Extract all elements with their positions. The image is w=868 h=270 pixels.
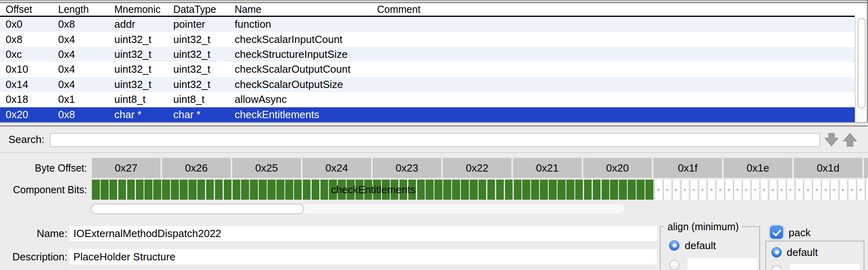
search-next-button[interactable] — [842, 133, 858, 147]
bit-cell-filled — [364, 180, 372, 200]
pack-checkbox-label: pack — [789, 227, 811, 238]
column-header-mnemonic[interactable]: Mnemonic — [109, 4, 168, 15]
table-row-selected[interactable]: 0x200x8char *char *checkEntitlements — [0, 107, 855, 122]
column-header-offset[interactable]: Offset — [0, 4, 53, 15]
structure-field-table: Offset Length Mnemonic DataType Name Com… — [0, 0, 868, 127]
search-input[interactable] — [50, 133, 820, 147]
byte-offset-label: Byte Offset: — [0, 158, 87, 178]
byte-offset-box: 0x1e — [724, 158, 792, 178]
bit-cell-empty — [830, 180, 838, 200]
bit-cell-filled — [127, 180, 135, 200]
byte-offset-box: 0x21 — [513, 158, 582, 178]
align-custom-value-field[interactable] — [688, 258, 757, 270]
cell-mnemonic: uint32_t — [109, 33, 168, 46]
bit-cell-empty — [654, 180, 662, 200]
cell-offset: 0x18 — [0, 93, 53, 106]
vertical-scrollbar[interactable] — [855, 17, 868, 122]
description-field[interactable]: PlaceHolder Structure — [69, 249, 657, 264]
bit-cell-filled — [602, 180, 610, 200]
bit-cell-filled — [417, 180, 425, 200]
bit-cell-filled — [153, 180, 161, 200]
pack-checkbox[interactable] — [770, 226, 783, 239]
up-arrow-icon — [842, 133, 858, 147]
pack-custom-value-field[interactable] — [790, 264, 860, 270]
bit-cell-empty — [760, 180, 768, 200]
bit-cell-filled — [294, 180, 302, 200]
bit-cell-filled — [189, 180, 197, 200]
bit-cell-filled — [241, 180, 249, 200]
down-arrow-icon — [824, 133, 839, 147]
bit-cell-filled — [162, 180, 170, 200]
cell-offset: 0xc — [0, 48, 53, 61]
section-divider — [0, 122, 868, 127]
bit-cell-empty — [690, 180, 698, 200]
cell-length: 0x4 — [53, 78, 109, 91]
bit-cell-empty — [795, 180, 803, 200]
table-header: Offset Length Mnemonic DataType Name Com… — [0, 3, 855, 16]
bit-cell-filled — [593, 180, 601, 200]
bit-cell-filled — [118, 180, 126, 200]
cell-datatype: char * — [168, 108, 229, 121]
cell-length: 0x8 — [53, 108, 109, 121]
align-custom-radio[interactable] — [669, 260, 679, 270]
bit-cell-filled — [531, 180, 539, 200]
bit-cell-filled — [505, 180, 513, 200]
name-label: Name: — [0, 226, 67, 241]
table-row[interactable]: 0x80x4uint32_tuint32_tcheckScalarInputCo… — [0, 32, 855, 47]
bit-cell-filled — [434, 180, 442, 200]
bit-cell-empty — [716, 180, 724, 200]
bit-cell-empty — [742, 180, 750, 200]
align-minimum-group-title: align (minimum) — [664, 221, 742, 233]
search-previous-button[interactable] — [824, 133, 839, 147]
bit-cell-filled — [575, 180, 583, 200]
name-field[interactable]: IOExternalMethodDispatch2022 — [69, 226, 657, 241]
bit-cell-empty — [707, 180, 715, 200]
bit-cell-filled — [426, 180, 434, 200]
byte-offset-box: 0x22 — [443, 158, 511, 178]
column-header-name[interactable]: Name — [229, 4, 371, 15]
pack-default-radio[interactable] — [771, 247, 782, 258]
bit-cell-filled — [224, 180, 232, 200]
cell-offset: 0x14 — [0, 78, 53, 91]
cell-mnemonic: uint8_t — [109, 93, 168, 106]
table-row[interactable]: 0x140x4uint32_tuint32_tcheckScalarOutput… — [0, 77, 855, 92]
bit-cell-empty — [812, 180, 820, 200]
table-row[interactable]: 0x180x1uint8_tuint8_tallowAsync — [0, 92, 855, 107]
byte-offset-box: 0x1f — [653, 158, 722, 178]
column-header-comment[interactable]: Comment — [371, 4, 855, 15]
bit-cell-filled — [180, 180, 188, 200]
cell-datatype: uint8_t — [168, 93, 229, 106]
vertical-scrollbar-thumb[interactable] — [858, 18, 866, 108]
cell-name: allowAsync — [229, 93, 371, 106]
column-header-datatype[interactable]: DataType — [168, 4, 229, 15]
cell-length: 0x1 — [53, 93, 109, 106]
cell-length: 0x4 — [53, 63, 109, 76]
byte-offset-box: 0x1d — [794, 158, 862, 178]
cell-length: 0x4 — [53, 33, 109, 46]
table-row[interactable]: 0xc0x4uint32_tuint32_tcheckStructureInpu… — [0, 47, 855, 62]
byte-offset-box: 0x26 — [162, 158, 231, 178]
bit-cell-empty — [821, 180, 829, 200]
bit-cell-filled — [382, 180, 390, 200]
pack-default-label: default — [787, 247, 818, 258]
byte-offset-box: 0x20 — [583, 158, 652, 178]
bit-cell-filled — [637, 180, 645, 200]
cell-name: function — [229, 18, 371, 31]
cell-offset: 0x8 — [0, 33, 53, 46]
align-default-radio[interactable] — [669, 240, 679, 251]
horizontal-scrollbar-thumb[interactable] — [91, 204, 304, 214]
bit-cell-empty — [839, 180, 847, 200]
bit-cell-empty — [698, 180, 706, 200]
description-label: Description: — [0, 249, 67, 264]
component-bits-label: Component Bits: — [0, 180, 87, 200]
cell-offset: 0x20 — [0, 108, 53, 121]
table-row[interactable]: 0x100x4uint32_tuint32_tcheckScalarOutput… — [0, 62, 855, 77]
align-default-label: default — [685, 240, 716, 251]
bit-cell-filled — [110, 180, 118, 200]
byte-offset-row: 0x270x260x250x240x230x220x210x200x1f0x1e… — [92, 158, 868, 178]
bit-cell-filled — [470, 180, 478, 200]
table-row[interactable]: 0x00x8addrpointerfunction — [0, 17, 855, 32]
bit-cell-empty — [769, 180, 777, 200]
column-header-length[interactable]: Length — [53, 4, 109, 15]
bit-cell-filled — [566, 180, 574, 200]
